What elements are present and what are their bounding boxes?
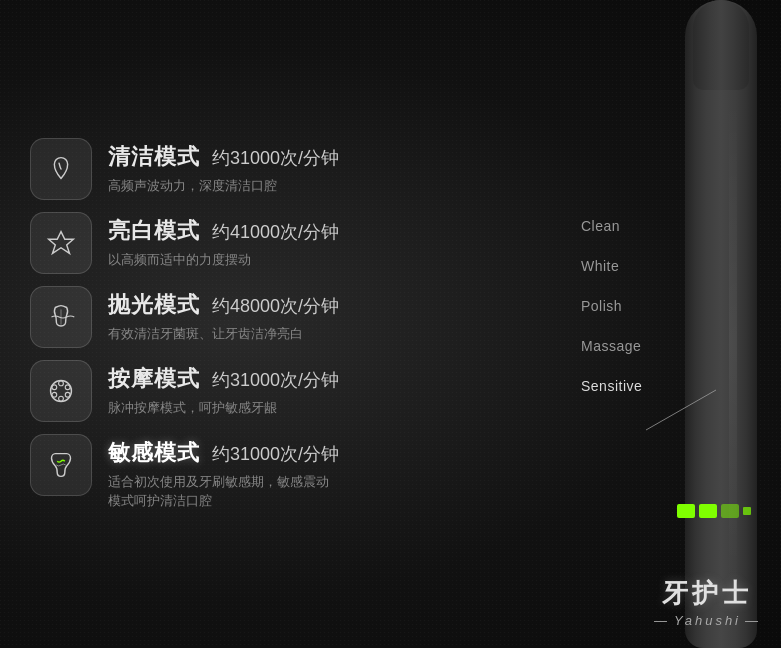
mode-desc-clean: 高频声波动力，深度清洁口腔 — [108, 176, 541, 196]
mode-speed-polish: 约48000次/分钟 — [212, 294, 339, 318]
mode-name-polish: 抛光模式 — [108, 290, 200, 320]
mode-item-clean: 清洁模式 约31000次/分钟 高频声波动力，深度清洁口腔 — [30, 138, 541, 200]
device-labels: Clean White Polish Massage Sensitive — [581, 218, 642, 394]
mode-desc-white: 以高频而适中的力度摆动 — [108, 250, 541, 270]
svg-point-7 — [52, 392, 57, 397]
mode-name-clean: 清洁模式 — [108, 142, 200, 172]
mode-speed-clean: 约31000次/分钟 — [212, 146, 339, 170]
mode-icon-massage — [30, 360, 92, 422]
mode-text-clean: 清洁模式 约31000次/分钟 高频声波动力，深度清洁口腔 — [108, 138, 541, 196]
svg-point-4 — [65, 384, 70, 389]
mode-item-massage: 按摩模式 约31000次/分钟 脉冲按摩模式，呵护敏感牙龈 — [30, 360, 541, 422]
mode-icon-white — [30, 212, 92, 274]
svg-marker-0 — [49, 231, 74, 253]
mode-icon-sensitive — [30, 434, 92, 496]
device-panel: Clean White Polish Massage Sensitive 牙护士… — [561, 0, 781, 648]
mode-speed-massage: 约31000次/分钟 — [212, 368, 339, 392]
mode-speed-white: 约41000次/分钟 — [212, 220, 339, 244]
device-label-white: White — [581, 258, 642, 274]
svg-point-8 — [52, 384, 57, 389]
mode-name-massage: 按摩模式 — [108, 364, 200, 394]
battery-nub — [743, 507, 751, 515]
mode-item-sensitive: 敏感模式 约31000次/分钟 适合初次使用及牙刷敏感期，敏感震动模式呵护清洁口… — [30, 434, 541, 511]
battery-bar-2 — [699, 504, 717, 518]
device-label-sensitive: Sensitive — [581, 378, 642, 394]
svg-point-5 — [65, 392, 70, 397]
device-label-polish: Polish — [581, 298, 642, 314]
mode-text-sensitive: 敏感模式 约31000次/分钟 适合初次使用及牙刷敏感期，敏感震动模式呵护清洁口… — [108, 434, 541, 511]
mode-item-polish: 抛光模式 约48000次/分钟 有效清洁牙菌斑、让牙齿洁净亮白 — [30, 286, 541, 348]
mode-text-white: 亮白模式 约41000次/分钟 以高频而适中的力度摆动 — [108, 212, 541, 270]
mode-speed-sensitive: 约31000次/分钟 — [212, 442, 339, 466]
device-label-massage: Massage — [581, 338, 642, 354]
svg-point-6 — [59, 396, 64, 401]
brand-name-pinyin: Yahushi — [654, 613, 761, 628]
mode-icon-polish — [30, 286, 92, 348]
modes-panel: 清洁模式 约31000次/分钟 高频声波动力，深度清洁口腔 亮白模式 约4100… — [0, 0, 561, 648]
battery-indicator — [677, 504, 751, 518]
brand-logo: 牙护士 Yahushi — [654, 576, 761, 628]
mode-name-white: 亮白模式 — [108, 216, 200, 246]
mode-text-massage: 按摩模式 约31000次/分钟 脉冲按摩模式，呵护敏感牙龈 — [108, 360, 541, 418]
brand-name-chinese: 牙护士 — [654, 576, 761, 611]
svg-point-3 — [59, 381, 64, 386]
mode-icon-clean — [30, 138, 92, 200]
mode-desc-polish: 有效清洁牙菌斑、让牙齿洁净亮白 — [108, 324, 541, 344]
battery-bar-1 — [677, 504, 695, 518]
mode-name-sensitive: 敏感模式 — [108, 438, 200, 468]
mode-text-polish: 抛光模式 约48000次/分钟 有效清洁牙菌斑、让牙齿洁净亮白 — [108, 286, 541, 344]
device-label-clean: Clean — [581, 218, 642, 234]
svg-point-2 — [51, 380, 72, 401]
battery-bar-3 — [721, 504, 739, 518]
mode-desc-massage: 脉冲按摩模式，呵护敏感牙龈 — [108, 398, 541, 418]
mode-item-white: 亮白模式 约41000次/分钟 以高频而适中的力度摆动 — [30, 212, 541, 274]
mode-desc-sensitive: 适合初次使用及牙刷敏感期，敏感震动模式呵护清洁口腔 — [108, 472, 541, 511]
